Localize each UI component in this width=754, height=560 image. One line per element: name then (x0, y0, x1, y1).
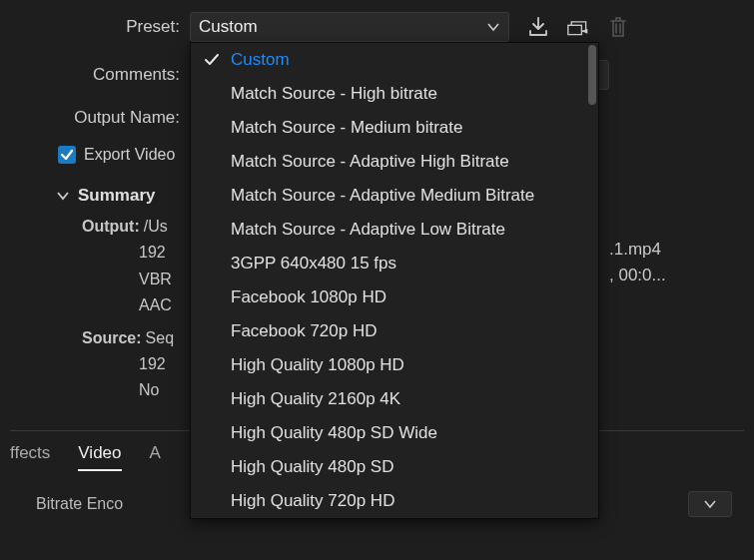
preset-option-label: 3GPP 640x480 15 fps (231, 254, 396, 274)
summary-source-line: No (139, 379, 159, 401)
preset-option-label: High Quality 1080p HD (231, 355, 404, 375)
summary-output-path: /Us (144, 216, 168, 238)
summary-source-line: 192 (139, 353, 166, 375)
preset-option[interactable]: High Quality 480p SD (191, 450, 598, 484)
preset-option-label: High Quality 720p HD (231, 491, 394, 511)
preset-option[interactable]: High Quality 480p SD Wide (191, 416, 598, 450)
comments-label: Comments: (10, 65, 190, 85)
preset-option-label: Facebook 1080p HD (231, 287, 386, 307)
preset-option[interactable]: High Quality 2160p 4K (191, 382, 598, 416)
preset-option[interactable]: Facebook 1080p HD (191, 280, 598, 314)
preset-option[interactable]: High Quality 720p HD (191, 484, 598, 518)
summary-right-line: .1.mp4 (609, 237, 666, 263)
preset-option-label: Match Source - Medium bitrate (231, 118, 462, 138)
summary-source-label: Source: (82, 327, 142, 349)
preset-dropdown-list[interactable]: Custom Match Source - High bitrate Match… (190, 42, 599, 519)
preset-dropdown-value: Custom (199, 17, 258, 37)
bitrate-encoding-label: Bitrate Enco (36, 495, 123, 513)
summary-source-line: Seq (146, 327, 174, 349)
summary-right-line: , 00:0... (609, 263, 666, 288)
preset-option-label: Match Source - Adaptive High Bitrate (231, 152, 509, 172)
preset-dropdown[interactable]: Custom (190, 12, 509, 42)
preset-option-label: Match Source - Adaptive Medium Bitrate (231, 186, 534, 206)
chevron-down-icon (703, 497, 717, 511)
chevron-down-icon (56, 189, 70, 203)
bitrate-encoding-dropdown[interactable] (688, 491, 732, 517)
chevron-down-icon (486, 20, 500, 34)
preset-option[interactable]: Match Source - Adaptive Low Bitrate (191, 213, 598, 247)
tab-audio[interactable]: A (150, 443, 161, 469)
trash-icon (607, 16, 629, 38)
preset-option-label: High Quality 480p SD (231, 457, 393, 477)
preset-label: Preset: (10, 17, 190, 37)
preset-option-label: Match Source - Adaptive Low Bitrate (231, 220, 505, 240)
preset-option-label: Match Source - High bitrate (231, 84, 437, 104)
preset-option-label: High Quality 480p SD Wide (231, 423, 437, 443)
summary-output-line: 192 (139, 242, 166, 264)
preset-option-label: Custom (231, 50, 290, 70)
preset-option[interactable]: Match Source - Adaptive High Bitrate (191, 145, 598, 179)
preset-option[interactable]: High Quality 1080p HD (191, 348, 598, 382)
svg-rect-0 (568, 25, 582, 34)
summary-output-line: AAC (139, 294, 172, 316)
export-video-label: Export Video (84, 146, 175, 164)
summary-title: Summary (78, 186, 155, 206)
dropdown-scrollbar[interactable] (588, 45, 596, 105)
preset-option[interactable]: Custom (191, 43, 598, 77)
preset-option[interactable]: Facebook 720p HD (191, 314, 598, 348)
summary-output-line: VBR (139, 269, 172, 290)
export-video-checkbox[interactable] (58, 146, 76, 164)
summary-output-label: Output: (82, 216, 140, 238)
import-preset-icon[interactable] (527, 16, 549, 38)
preset-option-label: Facebook 720p HD (231, 321, 377, 341)
preset-option[interactable]: Match Source - Adaptive Medium Bitrate (191, 179, 598, 213)
tab-effects[interactable]: ffects (10, 443, 50, 469)
preset-option[interactable]: 3GPP 640x480 15 fps (191, 247, 598, 280)
tab-video[interactable]: Video (78, 443, 121, 471)
preset-option-label: High Quality 2160p 4K (231, 389, 400, 409)
queue-icon[interactable] (567, 16, 589, 38)
check-icon (203, 52, 221, 68)
output-name-label: Output Name: (10, 108, 190, 128)
preset-option[interactable]: Match Source - High bitrate (191, 77, 598, 111)
preset-option[interactable]: Match Source - Medium bitrate (191, 111, 598, 145)
